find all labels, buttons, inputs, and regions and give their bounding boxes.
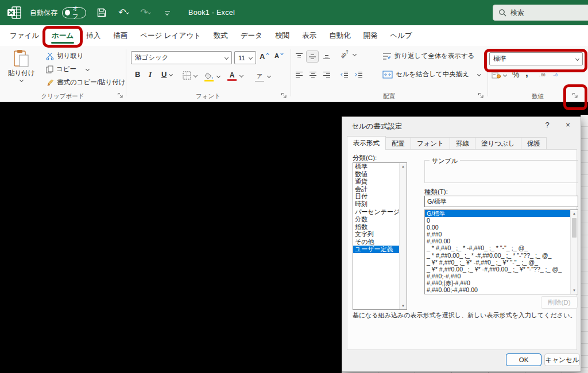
- category-item[interactable]: 分数: [353, 216, 399, 223]
- format-scrollbar[interactable]: ▲ ▼: [570, 210, 578, 294]
- align-center-button[interactable]: [309, 71, 317, 78]
- merge-center-icon: [382, 71, 393, 79]
- tab-developer[interactable]: 開発: [357, 25, 384, 46]
- clipboard-dialog-launcher[interactable]: [117, 92, 125, 100]
- undo-button[interactable]: ↶: [117, 6, 130, 19]
- tab-formulas[interactable]: 数式: [207, 25, 234, 46]
- bold-button[interactable]: B: [135, 70, 140, 79]
- borders-button[interactable]: [183, 71, 197, 80]
- dialog-tab-number[interactable]: 表示形式: [347, 136, 386, 150]
- close-icon[interactable]: ×: [561, 121, 575, 132]
- dialog-help-button[interactable]: ?: [540, 121, 554, 132]
- font-color-button[interactable]: A: [227, 69, 243, 81]
- tab-home[interactable]: ホーム: [45, 25, 80, 46]
- excel-app-icon[interactable]: [7, 6, 22, 20]
- wrap-text-button[interactable]: 折り返して全体を表示する: [382, 52, 475, 60]
- search-box[interactable]: [493, 5, 588, 21]
- search-input[interactable]: [510, 9, 574, 17]
- category-item[interactable]: 日付: [353, 193, 399, 200]
- copy-button[interactable]: コピー: [46, 65, 89, 73]
- tab-review[interactable]: 校閲: [269, 25, 296, 46]
- format-item[interactable]: 0.00: [425, 224, 570, 231]
- align-bottom-button[interactable]: [323, 53, 331, 60]
- format-item[interactable]: 0: [425, 217, 570, 224]
- category-item[interactable]: 会計: [353, 185, 399, 193]
- type-input[interactable]: [424, 196, 578, 207]
- tab-view[interactable]: 表示: [296, 25, 323, 46]
- category-item[interactable]: 時刻: [353, 200, 399, 208]
- tab-draw[interactable]: 描画: [107, 25, 134, 46]
- align-left-button[interactable]: [295, 71, 303, 78]
- save-button[interactable]: [95, 6, 108, 19]
- cut-button[interactable]: 切り取り: [46, 52, 84, 60]
- category-item[interactable]: 数値: [353, 170, 399, 178]
- category-item-selected[interactable]: ユーザー定義: [353, 246, 399, 253]
- delete-button[interactable]: 削除(D): [541, 296, 578, 309]
- category-item[interactable]: 文字列: [353, 231, 399, 238]
- tab-automate[interactable]: 自動化: [323, 25, 357, 46]
- decrease-indent-button[interactable]: [340, 71, 349, 78]
- category-item[interactable]: 標準: [353, 163, 399, 170]
- shrink-font-button[interactable]: A: [274, 52, 283, 59]
- dialog-tab-font[interactable]: フォント: [411, 137, 450, 150]
- format-item[interactable]: #,##0.00: [425, 238, 570, 244]
- orientation-button[interactable]: ab↗: [340, 51, 356, 57]
- format-item[interactable]: #,##0;[赤]-#,##0: [425, 279, 570, 286]
- category-item[interactable]: 指数: [353, 223, 399, 231]
- tab-data[interactable]: データ: [234, 25, 269, 46]
- scroll-up-icon[interactable]: ▲: [400, 165, 407, 168]
- format-item[interactable]: _ ¥* #,##0_ ;_ ¥* -#,##0_ ;_ ¥* "-"_ ;_ …: [425, 259, 570, 266]
- format-item-selected[interactable]: G/標準: [425, 210, 570, 217]
- dialog-tab-fill[interactable]: 塗りつぶし: [475, 137, 521, 150]
- underline-button[interactable]: U: [161, 70, 172, 79]
- paste-button[interactable]: 貼り付け: [8, 49, 35, 81]
- number-dialog-launcher[interactable]: [572, 92, 579, 100]
- merge-center-button[interactable]: セルを結合して中央揃え: [382, 70, 481, 79]
- scroll-down-icon[interactable]: ▼: [571, 289, 578, 292]
- align-right-button[interactable]: [323, 71, 331, 78]
- tab-help[interactable]: ヘルプ: [384, 25, 418, 46]
- increase-decimal-button[interactable]: ←0 .00: [539, 70, 546, 77]
- phonetic-guide-button[interactable]: ア: [254, 70, 270, 81]
- italic-button[interactable]: I: [149, 70, 152, 79]
- format-item[interactable]: _ ¥* #,##0.00_ ;_ ¥* -#,##0.00_ ;_ ¥* "-…: [425, 266, 570, 273]
- font-size-combo[interactable]: 11: [234, 51, 256, 64]
- comma-style-button[interactable]: ,: [525, 68, 528, 79]
- redo-button[interactable]: ↷: [139, 6, 152, 19]
- scroll-up-icon[interactable]: ▲: [571, 212, 578, 215]
- autosave-toggle[interactable]: オフ: [62, 7, 86, 18]
- increase-indent-button[interactable]: [354, 71, 363, 78]
- percent-style-button[interactable]: %: [512, 70, 519, 79]
- category-scrollbar[interactable]: ▲ ▼: [399, 163, 407, 309]
- scroll-down-icon[interactable]: ▼: [400, 304, 407, 308]
- tab-page-layout[interactable]: ページ レイアウト: [134, 25, 207, 46]
- format-item[interactable]: #,##0.00;-#,##0.00: [425, 286, 570, 293]
- number-format-combo[interactable]: 標準: [489, 52, 583, 65]
- format-painter-button[interactable]: 書式のコピー/貼り付け: [46, 78, 126, 87]
- font-dialog-launcher[interactable]: [281, 92, 288, 100]
- format-item[interactable]: #,##0;-#,##0: [425, 273, 570, 279]
- grow-font-button[interactable]: A: [260, 52, 269, 61]
- font-name-combo[interactable]: 游ゴシック: [131, 51, 232, 64]
- fill-color-button[interactable]: [204, 70, 220, 81]
- dialog-tab-alignment[interactable]: 配置: [386, 137, 411, 150]
- cancel-button[interactable]: キャンセル: [544, 353, 580, 366]
- decrease-decimal-button[interactable]: .00 →0: [553, 70, 560, 77]
- alignment-dialog-launcher[interactable]: [478, 92, 485, 100]
- format-item[interactable]: _ * #,##0.00_ ;_ * -#,##0.00_ ;_ * "-"??…: [425, 252, 570, 259]
- scrollbar-thumb[interactable]: [572, 218, 577, 238]
- format-item[interactable]: _ * #,##0_ ;_ * -#,##0_ ;_ * "-"_ ;_ @_: [425, 244, 570, 251]
- align-top-button[interactable]: [295, 53, 303, 60]
- align-middle-button[interactable]: [306, 50, 319, 63]
- ok-button[interactable]: OK: [506, 353, 541, 366]
- dialog-tab-protection[interactable]: 保護: [521, 137, 547, 150]
- category-item[interactable]: パーセンテージ: [353, 208, 399, 216]
- category-item[interactable]: その他: [353, 238, 399, 246]
- dialog-tab-border[interactable]: 罫線: [450, 137, 475, 150]
- customize-quick-access-button[interactable]: [161, 6, 173, 19]
- tab-insert[interactable]: 挿入: [80, 25, 107, 46]
- category-item[interactable]: 通貨: [353, 178, 399, 185]
- accounting-format-button[interactable]: [492, 71, 506, 79]
- tab-file[interactable]: ファイル: [3, 25, 45, 46]
- format-item[interactable]: #,##0: [425, 231, 570, 238]
